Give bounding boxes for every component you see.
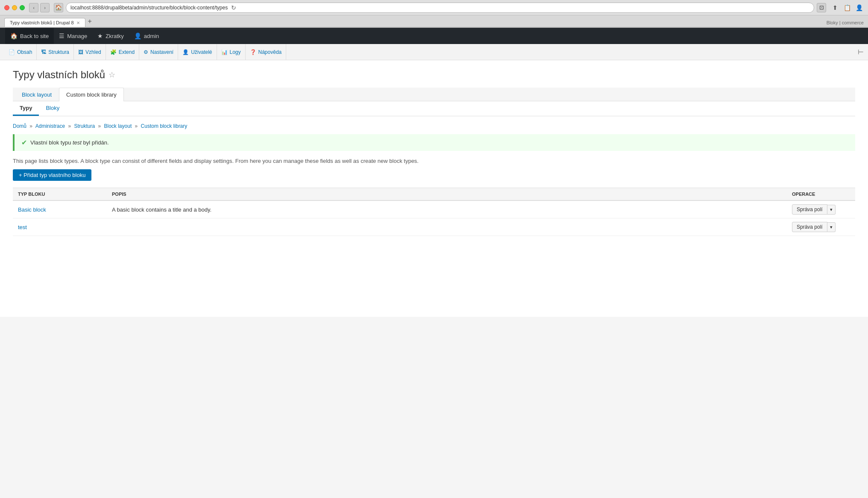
tab-bloky[interactable]: Bloky	[39, 101, 66, 116]
block-types-table: TYP BLOKU POPIS OPERACE Basic block A ba…	[13, 188, 855, 236]
page-content: Typy vlastních bloků ☆ Block layout Cust…	[0, 60, 868, 317]
admin-label: admin	[144, 33, 159, 39]
breadcrumb-custom-block-library[interactable]: Custom block library	[141, 123, 188, 129]
uzivatele-icon: 👤	[182, 49, 189, 55]
row-test-description	[107, 218, 787, 236]
back-to-site-link[interactable]: 🏠 Back to site	[5, 28, 54, 44]
reader-view-button[interactable]: ⊡	[817, 3, 826, 12]
sidebar-item-napoveda[interactable]: ❓ Nápověda	[246, 44, 287, 60]
manage-label: Manage	[67, 33, 87, 39]
window-controls	[4, 5, 25, 10]
browser-titlebar: ‹ › 🏠 localhost:8888/drupal8beta/admin/s…	[0, 0, 868, 15]
vzhled-label: Vzhled	[85, 49, 101, 55]
row-test-name: test	[13, 218, 107, 236]
breadcrumb-struktura[interactable]: Struktura	[74, 123, 95, 129]
success-text: Vlastní blok typu test byl přidán.	[30, 139, 109, 146]
tab-typy[interactable]: Typy	[13, 101, 39, 116]
tab-close-button[interactable]: ✕	[76, 21, 80, 25]
secondary-tabs: Typy Bloky	[13, 101, 855, 116]
table-header-row: TYP BLOKU POPIS OPERACE	[13, 188, 855, 201]
row-basic-block-ops: Správa polí ▾	[787, 200, 855, 218]
add-button-label: + Přidat typ vlastního bloku	[19, 172, 85, 178]
table-row: test Správa polí ▾	[13, 218, 855, 236]
row-test-ops: Správa polí ▾	[787, 218, 855, 236]
sidebar-item-extend[interactable]: 🧩 Extend	[106, 44, 139, 60]
profile-button[interactable]: 👤	[854, 3, 864, 12]
toolbar-right: ⊢	[858, 48, 864, 56]
row-basic-block-name: Basic block	[13, 200, 107, 218]
sidebar-item-uzivatele[interactable]: 👤 Uživatelé	[178, 44, 217, 60]
vzhled-icon: 🖼	[78, 49, 83, 55]
tab-title: Typy vlastních bloků | Drupal 8	[10, 20, 74, 25]
minimize-window-button[interactable]	[12, 5, 17, 10]
browser-chrome: ‹ › 🏠 localhost:8888/drupal8beta/admin/s…	[0, 0, 868, 28]
tab-block-layout-label: Block layout	[22, 91, 52, 98]
manage-fields-button-basic-block[interactable]: Správa polí	[792, 204, 827, 215]
sidebar-item-vzhled[interactable]: 🖼 Vzhled	[74, 44, 106, 60]
obsah-icon: 📄	[9, 49, 15, 55]
home-button[interactable]: 🏠	[54, 3, 63, 12]
test-link[interactable]: test	[18, 224, 27, 230]
success-message: ✔ Vlastní blok typu test byl přidán.	[13, 134, 855, 151]
ops-dropdown-basic-block[interactable]: ▾	[827, 205, 836, 215]
breadcrumb-administrace[interactable]: Administrace	[35, 123, 65, 129]
secondary-toolbar: 📄 Obsah 🏗 Struktura 🖼 Vzhled 🧩 Extend ⚙ …	[0, 44, 868, 60]
shortcuts-link[interactable]: ★ Zkratky	[92, 28, 129, 44]
sidebar-item-obsah[interactable]: 📄 Obsah	[4, 44, 37, 60]
share-button[interactable]: ⬆	[830, 3, 840, 12]
sidebar-item-logy[interactable]: 📊 Logy	[217, 44, 246, 60]
admin-user-link[interactable]: 👤 admin	[129, 28, 164, 44]
bookmark-button[interactable]: 📋	[842, 3, 852, 12]
tab-right-info: Bloky | commerce	[827, 20, 864, 27]
back-button[interactable]: ‹	[29, 3, 38, 12]
extend-icon: 🧩	[110, 49, 117, 55]
checkmark-icon: ✔	[21, 138, 27, 147]
maximize-window-button[interactable]	[20, 5, 25, 10]
breadcrumb-block-layout[interactable]: Block layout	[104, 123, 132, 129]
col-header-popis: POPIS	[107, 188, 787, 201]
browser-nav: ‹ ›	[29, 3, 50, 12]
manage-link[interactable]: ☰ Manage	[54, 28, 92, 44]
address-bar[interactable]: localhost:8888/drupal8beta/admin/structu…	[66, 3, 814, 13]
page-title-text: Typy vlastních bloků	[13, 69, 105, 81]
reload-button[interactable]: ↻	[231, 4, 236, 11]
logy-label: Logy	[230, 49, 241, 55]
logy-icon: 📊	[221, 49, 228, 55]
url-text: localhost:8888/drupal8beta/admin/structu…	[70, 5, 228, 11]
tab-custom-block-library[interactable]: Custom block library	[59, 88, 124, 101]
ops-group-test: Správa polí ▾	[792, 222, 850, 232]
col-header-typ-bloku: TYP BLOKU	[13, 188, 107, 201]
table-header: TYP BLOKU POPIS OPERACE	[13, 188, 855, 201]
basic-block-link[interactable]: Basic block	[18, 206, 46, 213]
forward-button[interactable]: ›	[40, 3, 50, 12]
nastaveni-label: Nastavení	[150, 49, 173, 55]
napoveda-icon: ❓	[250, 49, 256, 55]
add-block-type-button[interactable]: + Přidat typ vlastního bloku	[13, 169, 91, 181]
menu-icon: ☰	[59, 32, 65, 39]
admin-toolbar: 🏠 Back to site ☰ Manage ★ Zkratky 👤 admi…	[0, 28, 868, 44]
uzivatele-label: Uživatelé	[191, 49, 212, 55]
tab-bar: Typy vlastních bloků | Drupal 8 ✕ + Blok…	[0, 15, 868, 27]
page-title: Typy vlastních bloků ☆	[13, 69, 855, 81]
sidebar-item-struktura[interactable]: 🏗 Struktura	[37, 44, 74, 60]
breadcrumb-domu[interactable]: Domů	[13, 123, 26, 129]
nastaveni-icon: ⚙	[144, 49, 148, 55]
tab-typy-label: Typy	[20, 105, 32, 111]
home-icon: 🏠	[10, 32, 18, 39]
new-tab-button[interactable]: +	[88, 18, 92, 27]
manage-fields-button-test[interactable]: Správa polí	[792, 222, 827, 232]
favorite-star-icon[interactable]: ☆	[108, 70, 115, 80]
tab-custom-block-library-label: Custom block library	[66, 91, 117, 98]
tab-bloky-label: Bloky	[46, 105, 59, 111]
ops-dropdown-test[interactable]: ▾	[827, 222, 836, 232]
row-basic-block-description: A basic block contains a title and a bod…	[107, 200, 787, 218]
browser-tab-active[interactable]: Typy vlastních bloků | Drupal 8 ✕	[4, 18, 85, 27]
close-window-button[interactable]	[4, 5, 9, 10]
sidebar-item-nastaveni[interactable]: ⚙ Nastavení	[139, 44, 178, 60]
table-body: Basic block A basic block contains a tit…	[13, 200, 855, 236]
collapse-toolbar-button[interactable]: ⊢	[858, 48, 864, 56]
star-icon: ★	[97, 32, 103, 39]
struktura-label: Struktura	[48, 49, 69, 55]
tab-block-layout[interactable]: Block layout	[15, 88, 59, 101]
back-to-site-label: Back to site	[20, 33, 49, 39]
